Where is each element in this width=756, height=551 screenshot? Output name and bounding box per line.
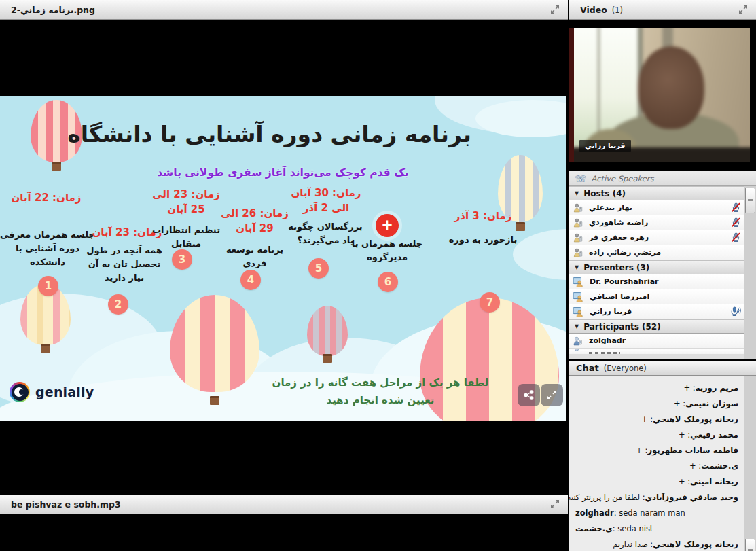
clipped-name-text xyxy=(589,352,620,354)
step-date: زمان: 30 آبان الی 2 آذر xyxy=(289,185,363,215)
meeting-room-screen: برنامه زماني-2.png xyxy=(0,0,756,551)
attendee-name: Dr. Pourshahriar xyxy=(590,277,659,286)
attendees-scrollbar[interactable] xyxy=(744,186,756,359)
infographic-title: برنامه زمانی دوره آشنایی با دانشگاه xyxy=(0,121,539,147)
shared-infographic: برنامه زمانی دوره آشنایی با دانشگاه یک ق… xyxy=(0,96,566,421)
attendee-row-host[interactable]: مرتضي رضائي زاده xyxy=(569,245,744,260)
chat-sender: ريحانه پورملک لاهيجي xyxy=(653,539,738,549)
chat-text: صدا نداریم xyxy=(613,539,648,549)
attendee-row-host[interactable]: بهار بندعلي xyxy=(569,200,744,215)
chat-sender: فاطمه سادات مطهرپور xyxy=(647,446,738,455)
share-pod-fullscreen-icon[interactable] xyxy=(547,3,562,16)
attendee-name: راضيه شاهوردي xyxy=(589,218,648,227)
section-header-presenters[interactable]: ▼ Presenters (3) xyxy=(569,260,744,274)
infographic-subtitle: یک قدم کوچک می‌تواند آغاز سفری طولانی با… xyxy=(0,166,566,179)
step-description: برنامه توسعه فردی xyxy=(220,243,289,270)
chat-message: zolghadr: seda naram man xyxy=(569,505,744,521)
step-number-badge: 5 xyxy=(308,258,329,279)
chat-message: سوزان نعيمي: + xyxy=(569,396,744,412)
step-date: زمان: 23 الی 25 آبان xyxy=(152,187,220,217)
participant-role-icon xyxy=(573,349,583,354)
attendees-scrollbar-thumb[interactable] xyxy=(745,188,755,213)
chat-message-list: مريم روزبه: + سوزان نعيمي: + ريحانه پورم… xyxy=(569,376,744,551)
attendee-row-presenter[interactable]: اميررضا اصنافي xyxy=(569,289,744,304)
presenters-count: (3) xyxy=(636,263,649,272)
chat-sender: zolghadr xyxy=(575,508,614,518)
step-description: تنظیم انتظارات متقابل xyxy=(151,224,221,251)
chat-sender: محمد رفيعي xyxy=(690,430,738,440)
step-number-badge: 7 xyxy=(480,292,500,313)
host-role-icon xyxy=(573,232,583,243)
section-header-hosts[interactable]: ▼ Hosts (4) xyxy=(569,186,744,200)
audio-pod-titlebar: be pishvaz e sobh.mp3 xyxy=(0,495,568,514)
share-button[interactable] xyxy=(518,384,540,406)
active-speakers-bar: ☏ Active Speakers xyxy=(569,171,756,186)
chat-sender: وحيد صادقي فيروزآبادي xyxy=(645,493,738,502)
chat-message: ريحانه پورملک لاهيجي: صدا نداریم xyxy=(569,537,744,551)
chevron-down-icon: ▼ xyxy=(575,264,579,270)
presenter-role-icon xyxy=(573,306,584,317)
video-pod: Video(1) فريبا زراني xyxy=(569,0,756,170)
step-number-badge: 6 xyxy=(378,272,398,292)
attendee-row-presenter[interactable]: فريبا زراني xyxy=(569,304,744,319)
step-description: بازخورد به دوره xyxy=(439,233,527,247)
attendee-name: اميررضا اصنافي xyxy=(590,292,649,301)
video-pod-fullscreen-icon[interactable] xyxy=(736,3,751,16)
chat-text: seda naram man xyxy=(619,508,685,518)
attendee-name: بهار بندعلي xyxy=(589,203,632,212)
attendee-row-partial[interactable] xyxy=(569,349,744,354)
audio-pod-fullscreen-icon[interactable] xyxy=(547,498,562,510)
step-number-badge: 4 xyxy=(240,270,261,290)
chat-sender: ريحانه پورملک لاهيجي xyxy=(653,414,738,424)
phone-icon: ☏ xyxy=(575,174,587,183)
video-count: (1) xyxy=(612,5,623,15)
infographic-footer-note: لطفا هر یک از مراحل هفت گانه را در زمان … xyxy=(238,374,523,409)
chat-text: + xyxy=(636,446,643,455)
genially-brand: genially xyxy=(10,382,94,402)
video-edge-artifact xyxy=(569,28,574,162)
balloon-basket xyxy=(323,354,332,363)
video-pod-titlebar: Video(1) xyxy=(569,0,756,20)
chat-text: + xyxy=(674,399,681,408)
fullscreen-button[interactable] xyxy=(541,384,563,406)
step-date: زمان: 3 آذر xyxy=(442,209,524,224)
chat-sender: مريم روزبه xyxy=(696,383,738,393)
share-pod: برنامه زماني-2.png xyxy=(0,0,568,494)
chat-message: ريحانه پورملک لاهيجي: + xyxy=(569,412,744,427)
host-role-icon xyxy=(573,217,583,228)
chat-message: وحيد صادقي فيروزآبادي: لطفا من را پرزنتر… xyxy=(569,490,744,505)
chat-text: + xyxy=(689,461,696,471)
share-pod-content: برنامه زمانی دوره آشنایی با دانشگاه یک ق… xyxy=(0,20,568,494)
share-pod-title: برنامه زماني-2.png xyxy=(11,5,547,15)
share-pod-titlebar: برنامه زماني-2.png xyxy=(0,0,568,20)
host-role-icon xyxy=(573,202,583,213)
attendee-name: فريبا زراني xyxy=(590,307,632,316)
step-number-badge: 3 xyxy=(172,249,192,270)
attendee-row-host[interactable]: راضيه شاهوردي xyxy=(569,215,744,230)
chat-scrollbar[interactable] xyxy=(744,376,756,551)
genially-logo-icon xyxy=(10,382,30,402)
step-date: زمان: 22 آبان xyxy=(1,190,91,205)
attendee-name: zolghadr xyxy=(589,336,626,345)
attendee-row-presenter[interactable]: Dr. Pourshahriar xyxy=(569,274,744,289)
chat-message: ی.حشمت: + xyxy=(569,459,744,474)
hosts-count: (4) xyxy=(613,189,626,198)
video-pod-title: Video xyxy=(580,5,607,15)
chevron-down-icon: ▼ xyxy=(575,190,579,196)
section-header-participants[interactable]: ▼ Participants (52) xyxy=(569,319,744,334)
attendee-row-host[interactable]: زهره جعفري فر xyxy=(569,230,744,245)
attendee-row-participant[interactable]: zolghadr xyxy=(569,334,744,349)
chat-scrollbar-thumb[interactable] xyxy=(745,539,755,551)
chat-title: Chat xyxy=(576,363,599,373)
balloon-basket xyxy=(210,396,219,405)
presenter-role-icon xyxy=(573,291,584,302)
participants-count: (52) xyxy=(642,322,661,332)
chat-text: + xyxy=(679,430,685,440)
chat-message: محمد رفيعي: + xyxy=(569,427,744,443)
chat-text: + xyxy=(684,383,691,393)
chat-message: ی.حشمت: seda nist xyxy=(569,521,744,537)
attendees-pod: ☏ Active Speakers ▼ Hosts (4) بهار بندعل… xyxy=(569,171,756,359)
audio-pod: be pishvaz e sobh.mp3 xyxy=(0,495,568,514)
chat-sender: ی.حشمت xyxy=(701,461,738,471)
chat-message: ريحانه اميني: + xyxy=(569,474,744,490)
